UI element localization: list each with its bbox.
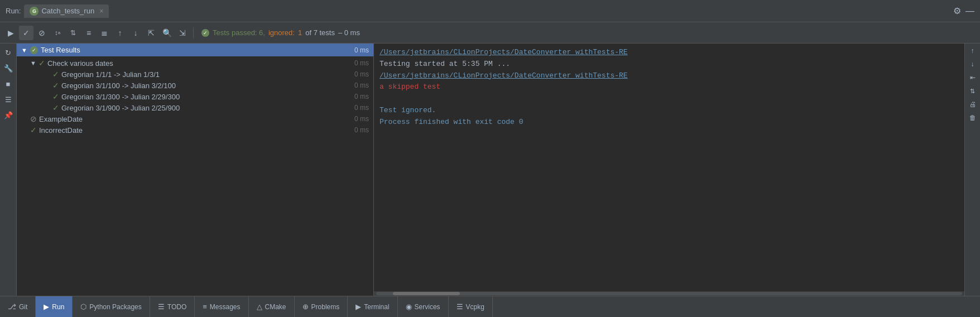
- tree-item-check-dates[interactable]: ▼ ✓ Check various dates 0 ms: [17, 57, 373, 69]
- tree-item-time: 0 ms: [354, 59, 369, 67]
- search-button[interactable]: 🔍: [160, 26, 174, 40]
- scroll-down-button[interactable]: ↓: [967, 58, 979, 70]
- status-messages[interactable]: ≡ Messages: [195, 296, 248, 317]
- status-python[interactable]: ⬡ Python Packages: [73, 296, 150, 317]
- output-scrollbar[interactable]: [374, 291, 964, 296]
- delete-button[interactable]: 🗑: [967, 112, 979, 124]
- main-content: ↻ 🔧 ■ ☰ 📌 ▼ ✓ Test Results 0 ms ▼ ✓ Chec…: [0, 44, 980, 296]
- tree-item-label: Check various dates: [47, 59, 113, 68]
- status-passed-text: Tests passed: 6,: [213, 28, 265, 37]
- side-icon-wrench[interactable]: 🔧: [2, 61, 15, 75]
- status-problems[interactable]: ⊕ Problems: [295, 296, 348, 317]
- tree-item-gregorian-4[interactable]: ✓ Gregorian 3/1/900 -> Julian 2/25/900 0…: [17, 102, 373, 113]
- tree-item-gregorian-2[interactable]: ✓ Gregorian 3/1/100 -> Julian 3/2/100 0 …: [17, 80, 373, 91]
- tree-header-time: 0 ms: [354, 46, 369, 54]
- run-button[interactable]: ▶: [3, 26, 18, 40]
- tree-item-left: ⊘ ExampleDate: [30, 114, 83, 123]
- tree-section: ▼ ✓ Check various dates 0 ms ✓ Gregorian…: [17, 56, 373, 137]
- check-icon: ✓: [52, 81, 59, 90]
- title-bar-right: ⚙ —: [953, 6, 974, 16]
- tree-item-left: ✓ Gregorian 3/1/100 -> Julian 3/2/100: [52, 81, 176, 90]
- minimize-icon[interactable]: —: [965, 6, 974, 16]
- first-button[interactable]: ⇱: [144, 26, 158, 40]
- tree-item-gregorian-1[interactable]: ✓ Gregorian 1/1/1 -> Julian 1/3/1 0 ms: [17, 69, 373, 80]
- next-button[interactable]: ↓: [128, 26, 143, 40]
- tab-close-button[interactable]: ×: [99, 7, 103, 15]
- settings-icon[interactable]: ⚙: [953, 6, 961, 16]
- tree-header-left: ▼ ✓ Test Results: [21, 46, 80, 54]
- status-git[interactable]: ⎇ Git: [0, 296, 36, 317]
- sort-duration-button[interactable]: ⇅: [66, 26, 80, 40]
- status-pass-icon: ✓: [201, 29, 209, 37]
- side-icons: ↻ 🔧 ■ ☰ 📌: [0, 44, 17, 296]
- stop-button[interactable]: ⊘: [35, 26, 49, 40]
- toolbar: ▶ ✓ ⊘ ↕a ⇅ ≡ ≣ ↑ ↓ ⇱ 🔍 ⇲ ✓ Tests passed:…: [0, 22, 980, 44]
- output-wrapper: /Users/jetbrains/CLionProjects/DateConve…: [374, 44, 964, 296]
- output-line-3[interactable]: /Users/jetbrains/CLionProjects/DateConve…: [379, 70, 959, 82]
- side-icon-reload[interactable]: ↻: [2, 46, 15, 59]
- scroll-up-button[interactable]: ↑: [967, 45, 979, 57]
- status-bar: ⎇ Git ▶ Run ⬡ Python Packages ☰ TODO ≡ M…: [0, 296, 980, 317]
- sort-alpha-button[interactable]: ↕a: [50, 26, 65, 40]
- output-line-2: Testing started at 5:35 PM ...: [379, 59, 959, 70]
- status-services[interactable]: ◉ Services: [398, 296, 449, 317]
- status-terminal[interactable]: ▶ Terminal: [348, 296, 397, 317]
- status-run-label: Run: [52, 303, 64, 311]
- catch-icon: G: [30, 7, 39, 16]
- run-tab[interactable]: G Catch_tests_run ×: [24, 4, 109, 18]
- tree-item-incorrect-date[interactable]: ✓ IncorrectDate 0 ms: [17, 124, 373, 136]
- status-run[interactable]: ▶ Run: [36, 296, 73, 317]
- status-messages-label: Messages: [210, 303, 241, 311]
- prev-button[interactable]: ↑: [113, 26, 127, 40]
- expand-all-button[interactable]: ≡: [81, 26, 96, 40]
- run-label: Run:: [6, 7, 21, 15]
- test-results-header[interactable]: ▼ ✓ Test Results 0 ms: [17, 44, 373, 56]
- print-button[interactable]: 🖨: [967, 98, 979, 111]
- tree-item-label: ExampleDate: [39, 115, 83, 123]
- scrollbar-thumb[interactable]: [393, 292, 460, 295]
- scrollbar-track[interactable]: [376, 292, 962, 295]
- tree-item-left: ✓ Gregorian 3/1/900 -> Julian 2/25/900: [52, 103, 180, 112]
- terminal-icon: ▶: [356, 302, 361, 311]
- tree-item-label: IncorrectDate: [39, 126, 83, 135]
- side-icon-list[interactable]: ☰: [2, 93, 15, 106]
- export-button[interactable]: ⇲: [175, 26, 190, 40]
- status-ignored-count: 1: [298, 28, 302, 37]
- git-icon: ⎇: [8, 302, 16, 311]
- tree-item-time: 0 ms: [354, 81, 369, 89]
- status-python-label: Python Packages: [89, 303, 141, 311]
- output-line-4: a skipped test: [379, 81, 959, 93]
- run-icon: ▶: [44, 302, 49, 311]
- side-icon-stop-square[interactable]: ■: [2, 77, 15, 90]
- tree-item-left: ✓ IncorrectDate: [30, 126, 83, 135]
- status-cmake-label: CMake: [265, 303, 286, 311]
- check-button[interactable]: ✓: [19, 26, 33, 40]
- status-todo[interactable]: ☰ TODO: [150, 296, 195, 317]
- output-line-1[interactable]: /Users/jetbrains/CLionProjects/DateConve…: [379, 47, 959, 59]
- status-git-label: Git: [19, 303, 27, 311]
- problems-icon: ⊕: [302, 302, 309, 311]
- align-left-button[interactable]: ⇤: [967, 71, 979, 84]
- tree-item-label: Gregorian 3/1/100 -> Julian 3/2/100: [61, 81, 176, 90]
- side-icon-pin[interactable]: 📌: [2, 108, 15, 122]
- toolbar-status: ✓ Tests passed: 6, ignored: 1 of 7 tests…: [201, 28, 360, 37]
- check-icon: ✓: [39, 59, 45, 68]
- messages-icon: ≡: [203, 302, 207, 311]
- status-time: – 0 ms: [338, 28, 360, 37]
- tree-item-example-date[interactable]: ⊘ ExampleDate 0 ms: [17, 113, 373, 124]
- vcpkg-icon: ☰: [457, 302, 463, 311]
- expand-button[interactable]: ⇅: [967, 85, 979, 97]
- tree-header-label: Test Results: [41, 46, 80, 54]
- tree-item-gregorian-3[interactable]: ✓ Gregorian 3/1/300 -> Julian 2/29/300 0…: [17, 91, 373, 102]
- collapse-all-button[interactable]: ≣: [97, 26, 112, 40]
- status-cmake[interactable]: △ CMake: [249, 296, 295, 317]
- services-icon: ◉: [406, 302, 412, 311]
- status-terminal-label: Terminal: [364, 303, 389, 311]
- check-icon: ✓: [52, 70, 59, 79]
- tree-item-left: ✓ Gregorian 3/1/300 -> Julian 2/29/300: [52, 92, 180, 101]
- test-tree: ▼ ✓ Test Results 0 ms ▼ ✓ Check various …: [17, 44, 374, 296]
- status-problems-label: Problems: [311, 303, 340, 311]
- status-vcpkg[interactable]: ☰ Vcpkg: [449, 296, 493, 317]
- output-line-7: Process finished with exit code 0: [379, 117, 959, 128]
- cmake-icon: △: [257, 302, 262, 311]
